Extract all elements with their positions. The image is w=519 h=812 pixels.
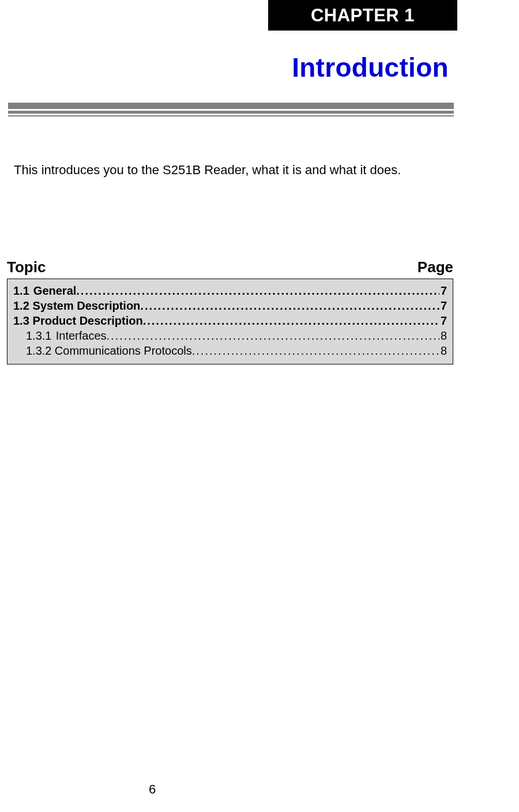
toc-page: 8 [439,344,447,358]
intro-paragraph: This introduces you to the S251B Reader,… [14,163,401,178]
toc-entry: 1.2 System Description 7 [13,299,447,313]
toc-leader [143,314,439,328]
toc-page: 8 [439,329,447,343]
toc-leader [192,344,439,358]
toc-title: Interfaces [56,329,107,343]
page-title: Introduction [292,52,449,83]
chapter-label: CHAPTER 1 [311,5,415,26]
toc-title: General [33,284,76,298]
toc-number: 1.3 [13,314,29,328]
toc-title: Product Description [33,314,143,328]
toc-number: 1.1 [13,284,29,298]
divider-thick [8,103,454,109]
divider-rules [8,103,454,116]
divider-medium [8,111,454,114]
toc-page: 7 [439,299,447,313]
page-number: 6 [149,782,156,797]
toc-box: 1.1 General 7 1.2 System Description 7 1… [7,279,453,364]
toc-number: 1.3.2 [26,344,51,358]
toc-title: Communications Protocols [55,344,192,358]
toc-entry: 1.3 Product Description 7 [13,314,447,328]
toc-page: 7 [439,314,447,328]
toc-header-topic: Topic [7,258,46,276]
toc-number: 1.3.1 [26,329,51,343]
toc-leader [107,329,439,343]
divider-thin [8,115,454,116]
toc-subentry: 1.3.2 Communications Protocols 8 [13,344,447,358]
toc-header-page: Page [418,258,453,276]
toc-page: 7 [439,284,447,298]
toc-title: System Description [33,299,141,313]
toc-number: 1.2 [13,299,29,313]
toc-entry: 1.1 General 7 [13,284,447,298]
chapter-banner: CHAPTER 1 [268,0,457,31]
toc-header: Topic Page [7,258,453,276]
toc-leader [76,284,439,298]
toc-leader [140,299,439,313]
toc-subentry: 1.3.1 Interfaces 8 [13,329,447,343]
